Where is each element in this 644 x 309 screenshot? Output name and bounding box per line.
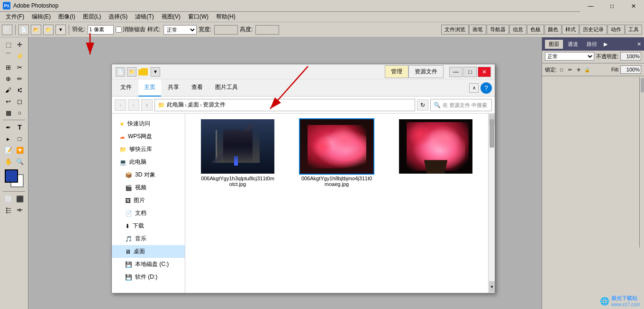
- move-tool[interactable]: ✛: [15, 39, 25, 50]
- gradient-tool[interactable]: ▦: [3, 107, 14, 118]
- thumb-item-2[interactable]: 006AkgtYgy1h8bjtbjmo4j311t0moaeg.jpg: [290, 119, 383, 187]
- path-select[interactable]: ▸: [3, 133, 14, 144]
- alias-checkbox[interactable]: [116, 26, 122, 33]
- pen-tool[interactable]: ✒: [3, 122, 14, 132]
- marquee-tool[interactable]: ⬚: [3, 39, 14, 50]
- hand-tool[interactable]: ✋: [3, 156, 14, 167]
- slice-tool[interactable]: ✂: [15, 62, 25, 72]
- fe-address-box[interactable]: 📁 此电脑 › 桌面 › 资源文件: [154, 99, 415, 111]
- thumb-item-1[interactable]: 006AkgtYgy1h3qlptu8lcj311t0motct.jpg: [191, 119, 284, 187]
- menu-filter[interactable]: 滤镜(T): [131, 12, 157, 22]
- fe-forward-btn[interactable]: ›: [128, 99, 139, 111]
- lock-transparent-btn[interactable]: □: [558, 66, 565, 73]
- scroll-down-btn[interactable]: ▼: [489, 281, 495, 292]
- sidebar-local-c[interactable]: 💾 本地磁盘 (C:): [112, 258, 185, 271]
- panel-swatches-btn[interactable]: 色板: [527, 25, 544, 35]
- eraser-tool[interactable]: ◻: [15, 96, 25, 106]
- ribbon-tab-picture[interactable]: 图片工具: [209, 79, 244, 97]
- menu-select[interactable]: 选择(S): [105, 12, 131, 22]
- pencil-tool[interactable]: ✏: [15, 73, 25, 84]
- tab-layers[interactable]: 图层: [545, 40, 563, 49]
- maximize-button[interactable]: □: [601, 0, 623, 12]
- fe-back-btn[interactable]: ‹: [115, 99, 126, 111]
- type-tool[interactable]: T: [15, 122, 25, 132]
- thumb-item-3[interactable]: [389, 119, 482, 187]
- new-btn[interactable]: 📄: [18, 25, 29, 35]
- panel-style-btn[interactable]: 样式: [562, 25, 579, 35]
- width-input[interactable]: [214, 25, 238, 35]
- fe-address-part-1[interactable]: 此电脑: [167, 101, 184, 109]
- down-btn[interactable]: ▼: [55, 25, 66, 35]
- sidebar-music[interactable]: 🎵 音乐: [112, 232, 185, 245]
- history-brush[interactable]: ↩: [3, 96, 14, 106]
- fe-search-input[interactable]: [443, 102, 489, 108]
- ribbon-tab-home[interactable]: 主页: [138, 79, 161, 97]
- sidebar-cloud2[interactable]: 📁 够快云库: [112, 143, 185, 156]
- menu-file[interactable]: 文件(F): [2, 12, 28, 22]
- foreground-color-swatch[interactable]: [5, 169, 18, 183]
- eyedropper-tool[interactable]: 🔽: [15, 145, 25, 155]
- sidebar-pictures[interactable]: 🖼 图片: [112, 194, 185, 207]
- fe-address-part-2[interactable]: 桌面: [188, 101, 199, 109]
- panel-action-btn[interactable]: 动作: [608, 25, 625, 35]
- fe-up-btn[interactable]: ↑: [141, 99, 153, 111]
- panel-color-btn[interactable]: 颜色: [544, 25, 562, 35]
- menu-edit[interactable]: 编辑(E): [28, 12, 54, 22]
- color-swatches[interactable]: [5, 169, 24, 187]
- extra-btn-1[interactable]: ⬱: [3, 205, 14, 215]
- zoom-tool[interactable]: 🔍: [15, 156, 25, 167]
- help-btn[interactable]: ?: [481, 82, 492, 94]
- lock-all-btn[interactable]: 🔒: [583, 66, 591, 73]
- sidebar-pc[interactable]: 💻 此电脑: [112, 156, 185, 168]
- close-button[interactable]: ✕: [623, 0, 644, 12]
- burn-tool[interactable]: ○: [15, 107, 25, 118]
- feather-input[interactable]: [88, 25, 114, 35]
- menu-image[interactable]: 图像(I): [54, 12, 79, 22]
- sidebar-downloads[interactable]: ⬇ 下载: [112, 220, 185, 232]
- brush-tool[interactable]: 🖌: [3, 85, 14, 95]
- panel-history-btn[interactable]: 历史记录: [580, 25, 607, 35]
- fe-minimize-btn[interactable]: —: [449, 67, 463, 77]
- sidebar-3d[interactable]: 📦 3D 对象: [112, 168, 185, 181]
- fe-tb-btn-2[interactable]: 📁: [127, 67, 136, 77]
- scroll-thumb[interactable]: [490, 119, 494, 148]
- fe-scrollbar[interactable]: ▲ ▼: [488, 114, 495, 293]
- thumb-img-2[interactable]: [300, 119, 373, 174]
- sidebar-disk-d[interactable]: 💾 软件 (D:): [112, 271, 185, 283]
- lock-position-btn[interactable]: ✛: [575, 66, 582, 73]
- notes-tool[interactable]: 📝: [3, 145, 14, 155]
- sidebar-docs[interactable]: 📄 文档: [112, 207, 185, 220]
- tab-paths[interactable]: 路径: [583, 40, 601, 49]
- scrollbar-thumb[interactable]: [641, 78, 644, 92]
- layers-scrollbar[interactable]: [639, 77, 644, 247]
- panel-brush-btn[interactable]: 画笔: [469, 25, 486, 35]
- wand-tool[interactable]: ⚡: [15, 51, 25, 61]
- open-btn[interactable]: 📂: [31, 25, 41, 35]
- folder-btn[interactable]: 📁: [43, 25, 54, 35]
- sidebar-wps[interactable]: ☁ WPS网盘: [112, 130, 185, 143]
- shape-tool[interactable]: □: [15, 133, 25, 144]
- sidebar-video[interactable]: 🎬 视频: [112, 181, 185, 194]
- height-input[interactable]: [255, 25, 279, 35]
- fe-maximize-btn[interactable]: □: [463, 67, 477, 77]
- panel-tools-btn[interactable]: 工具: [625, 25, 642, 35]
- panel-info-btn[interactable]: 信息: [509, 25, 526, 35]
- menu-layer[interactable]: 图层(L): [79, 12, 105, 22]
- fe-address-part-3[interactable]: 资源文件: [203, 101, 226, 109]
- style-select[interactable]: 正常: [163, 25, 197, 35]
- marquee-tool-btn[interactable]: ⬜: [2, 25, 12, 35]
- heal-tool[interactable]: ⊕: [3, 73, 14, 84]
- sidebar-desktop[interactable]: 🖥 桌面: [112, 245, 185, 258]
- ribbon-tab-file[interactable]: 文件: [115, 79, 137, 97]
- panel-nav-btn[interactable]: 导航器: [487, 25, 509, 35]
- lock-image-btn[interactable]: ✏: [566, 66, 574, 73]
- tab-channels[interactable]: 通道: [564, 40, 582, 49]
- thumb-img-1[interactable]: [201, 119, 274, 174]
- blend-mode-select[interactable]: 正常: [545, 52, 594, 61]
- opacity-input[interactable]: [620, 52, 641, 61]
- fe-close-btn[interactable]: ✕: [478, 67, 491, 77]
- lasso-tool[interactable]: ⌒: [3, 51, 14, 61]
- panel-close-icon[interactable]: ✕: [637, 41, 641, 47]
- fill-input[interactable]: [620, 65, 641, 74]
- menu-help[interactable]: 帮助(H): [212, 12, 239, 22]
